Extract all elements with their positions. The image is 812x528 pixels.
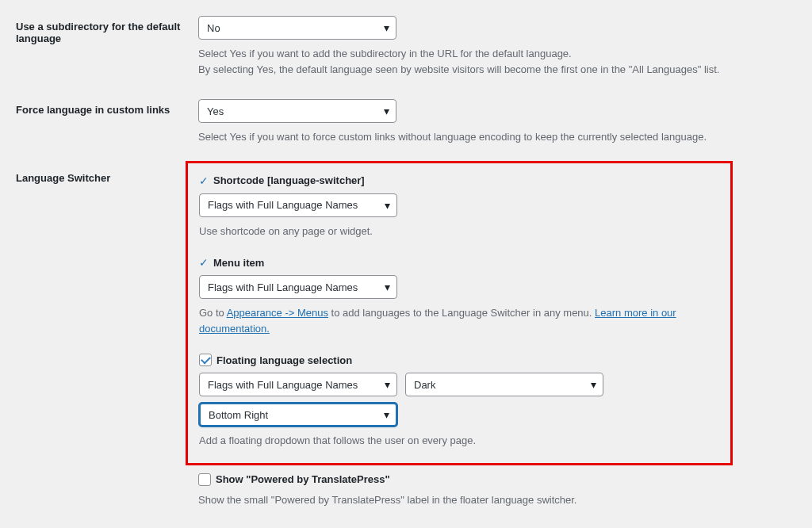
head-shortcode: ✓ Shortcode [language-switcher]	[199, 174, 719, 187]
head-floating: Floating language selection	[199, 354, 719, 366]
desc-force-language: Select Yes if you want to force custom l…	[198, 129, 796, 145]
checkbox-powered-by[interactable]	[198, 473, 211, 486]
check-icon: ✓	[199, 174, 209, 187]
check-icon: ✓	[199, 256, 209, 269]
select-menu-value: Flags with Full Language Names	[208, 281, 358, 293]
chevron-down-icon: ▾	[384, 105, 389, 117]
chevron-down-icon: ▾	[385, 199, 390, 212]
desc-subdirectory-line1: Select Yes if you want to add the subdir…	[198, 48, 572, 59]
checkbox-floating[interactable]	[199, 354, 212, 366]
select-force-language[interactable]: Yes ▾	[198, 99, 396, 123]
select-floating-style-value: Flags with Full Language Names	[208, 379, 358, 391]
section-floating: Floating language selection Flags with F…	[199, 354, 719, 449]
select-subdirectory-value: No	[207, 22, 220, 34]
select-subdirectory[interactable]: No ▾	[198, 16, 396, 40]
chevron-down-icon: ▾	[384, 21, 389, 34]
title-shortcode: Shortcode [language-switcher]	[213, 174, 365, 186]
content-force-language: Yes ▾ Select Yes if you want to force cu…	[198, 99, 796, 145]
section-shortcode: ✓ Shortcode [language-switcher] Flags wi…	[199, 174, 719, 239]
desc-powered-by: Show the small "Powered by TranslatePres…	[198, 492, 796, 508]
label-force-language: Force language in custom links	[16, 99, 198, 116]
section-powered-by: Show "Powered by TranslatePress" Show th…	[198, 473, 796, 508]
floating-selects-row2: Bottom Right ▾	[199, 403, 719, 427]
floating-selects-row1: Flags with Full Language Names ▾ Dark ▾	[199, 373, 719, 396]
row-subdirectory: Use a subdirectory for the default langu…	[16, 16, 796, 77]
content-language-switcher: ✓ Shortcode [language-switcher] Flags wi…	[198, 167, 796, 511]
content-subdirectory: No ▾ Select Yes if you want to add the s…	[198, 16, 796, 77]
desc-subdirectory: Select Yes if you want to add the subdir…	[198, 46, 796, 77]
title-menu-item: Menu item	[213, 257, 264, 269]
select-shortcode-style[interactable]: Flags with Full Language Names ▾	[199, 193, 397, 217]
select-floating-theme[interactable]: Dark ▾	[405, 373, 603, 396]
title-floating: Floating language selection	[216, 354, 352, 366]
select-force-language-value: Yes	[207, 105, 224, 117]
desc-shortcode: Use shortcode on any page or widget.	[199, 224, 719, 239]
label-language-switcher: Language Switcher	[16, 167, 198, 184]
select-menu-style[interactable]: Flags with Full Language Names ▾	[199, 275, 397, 299]
desc-floating: Add a floating dropdown that follows the…	[199, 433, 719, 449]
highlight-box: ✓ Shortcode [language-switcher] Flags wi…	[186, 161, 733, 465]
select-floating-theme-value: Dark	[414, 379, 435, 391]
head-powered-by: Show "Powered by TranslatePress"	[198, 473, 796, 486]
chevron-down-icon: ▾	[384, 408, 389, 421]
chevron-down-icon: ▾	[591, 378, 596, 391]
label-subdirectory: Use a subdirectory for the default langu…	[16, 16, 198, 44]
row-force-language: Force language in custom links Yes ▾ Sel…	[16, 99, 796, 145]
chevron-down-icon: ▾	[385, 281, 390, 293]
chevron-down-icon: ▾	[385, 378, 390, 391]
row-language-switcher: Language Switcher ✓ Shortcode [language-…	[16, 167, 796, 511]
section-menu-item: ✓ Menu item Flags with Full Language Nam…	[199, 256, 719, 336]
desc-subdirectory-line2: By selecting Yes, the default language s…	[198, 63, 719, 75]
select-floating-style[interactable]: Flags with Full Language Names ▾	[199, 373, 397, 396]
select-floating-position[interactable]: Bottom Right ▾	[199, 403, 397, 427]
select-floating-position-value: Bottom Right	[209, 409, 268, 421]
head-menu-item: ✓ Menu item	[199, 256, 719, 269]
title-powered-by: Show "Powered by TranslatePress"	[216, 473, 390, 485]
desc-menu-mid: to add languages to the Language Switche…	[328, 307, 595, 319]
desc-menu-item: Go to Appearance -> Menus to add languag…	[199, 305, 719, 336]
select-shortcode-value: Flags with Full Language Names	[208, 199, 358, 211]
desc-menu-prefix: Go to	[199, 307, 227, 319]
link-appearance-menus[interactable]: Appearance -> Menus	[227, 307, 328, 319]
